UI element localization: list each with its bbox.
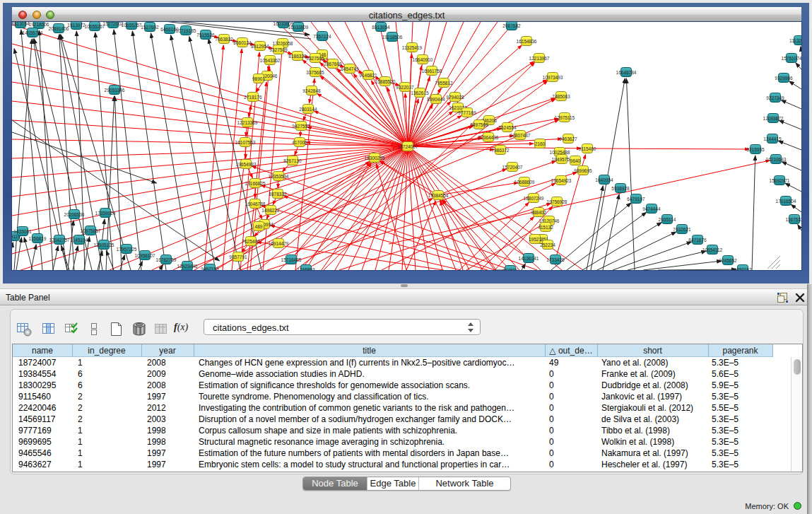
svg-text:9146821: 9146821 (359, 73, 377, 78)
svg-text:19756928: 19756928 (547, 199, 567, 204)
svg-text:10958107: 10958107 (135, 253, 155, 258)
svg-text:984501: 984501 (502, 268, 518, 271)
svg-text:20364436: 20364436 (478, 135, 499, 140)
svg-text:15751074: 15751074 (782, 56, 801, 61)
svg-text:9327505: 9327505 (306, 56, 324, 61)
svg-text:16107553: 16107553 (235, 140, 256, 145)
svg-text:2867608: 2867608 (324, 62, 342, 66)
svg-text:1156819: 1156819 (29, 236, 47, 241)
svg-text:6497568: 6497568 (470, 122, 488, 127)
svg-text:6479197: 6479197 (627, 197, 645, 201)
svg-text:8267130: 8267130 (283, 158, 302, 163)
svg-text:19521: 19521 (529, 237, 541, 242)
svg-text:1362615: 1362615 (411, 90, 429, 95)
svg-text:16154836: 16154836 (517, 39, 537, 44)
svg-text:12975115: 12975115 (555, 115, 575, 120)
svg-text:8813054: 8813054 (372, 25, 390, 30)
svg-text:20891406: 20891406 (49, 26, 69, 31)
svg-text:8215955: 8215955 (746, 147, 765, 152)
svg-text:9427552: 9427552 (292, 124, 310, 129)
svg-text:9463627: 9463627 (559, 136, 577, 141)
svg-text:9115460: 9115460 (579, 146, 596, 151)
svg-text:18495754: 18495754 (552, 157, 572, 162)
svg-text:15720407: 15720407 (502, 165, 523, 170)
svg-text:9462155: 9462155 (201, 267, 219, 271)
svg-text:7515526: 7515526 (196, 33, 215, 37)
svg-text:417006: 417006 (292, 140, 307, 145)
svg-text:1244415: 1244415 (763, 136, 782, 141)
svg-text:29053346: 29053346 (105, 88, 125, 93)
svg-text:19218506: 19218506 (29, 22, 49, 27)
svg-text:8990444: 8990444 (427, 97, 445, 102)
svg-text:9857791: 9857791 (229, 255, 247, 259)
svg-text:1640954: 1640954 (595, 177, 613, 182)
svg-text:5938928: 5938928 (611, 186, 630, 191)
svg-text:12093872: 12093872 (763, 116, 784, 121)
svg-text:16210643: 16210643 (766, 157, 787, 162)
svg-text:10807487: 10807487 (510, 133, 531, 138)
svg-text:3624554: 3624554 (498, 125, 517, 130)
svg-text:14055714: 14055714 (23, 30, 43, 35)
svg-text:9899695: 9899695 (574, 168, 592, 173)
svg-text:10973493: 10973493 (543, 75, 563, 80)
svg-text:7357224: 7357224 (313, 34, 331, 39)
svg-text:19384554: 19384554 (428, 193, 449, 198)
svg-text:2160: 2160 (535, 141, 546, 146)
svg-text:3375685: 3375685 (306, 70, 324, 75)
svg-text:16648784: 16648784 (616, 70, 637, 75)
svg-text:9777169: 9777169 (458, 110, 476, 115)
svg-text:9450162: 9450162 (734, 267, 752, 271)
svg-text:9322037: 9322037 (396, 85, 414, 90)
svg-text:17359924: 17359924 (95, 211, 116, 216)
svg-text:988402: 988402 (531, 210, 546, 215)
svg-text:11325419: 11325419 (402, 45, 423, 50)
svg-text:1913972: 1913972 (67, 23, 86, 28)
svg-text:7986372: 7986372 (491, 148, 510, 153)
svg-text:1746803: 1746803 (297, 267, 315, 271)
svg-text:15272602: 15272602 (103, 22, 124, 26)
svg-text:7632621: 7632621 (673, 227, 691, 232)
svg-text:415132: 415132 (538, 225, 553, 230)
svg-text:16961758: 16961758 (422, 69, 442, 74)
svg-text:98901: 98901 (252, 76, 265, 81)
svg-text:7955812: 7955812 (435, 81, 453, 86)
svg-text:19218506: 19218506 (382, 35, 403, 40)
svg-text:12213369: 12213369 (237, 120, 258, 125)
svg-text:16782759: 16782759 (156, 257, 177, 262)
svg-text:16033809: 16033809 (288, 25, 309, 30)
svg-text:16640910: 16640910 (413, 57, 433, 62)
svg-text:9794028: 9794028 (446, 95, 464, 100)
svg-text:1498222: 1498222 (261, 208, 280, 213)
svg-text:16046788: 16046788 (245, 201, 266, 206)
svg-text:12353594: 12353594 (269, 174, 289, 179)
svg-text:1527602: 1527602 (141, 25, 159, 30)
svg-text:9245652: 9245652 (719, 258, 737, 263)
svg-text:252234: 252234 (540, 243, 555, 247)
svg-text:12213967: 12213967 (529, 56, 550, 61)
svg-text:10655267: 10655267 (122, 23, 142, 28)
svg-text:19166825: 19166825 (245, 181, 266, 186)
svg-text:7485063: 7485063 (552, 94, 570, 99)
svg-text:12923446: 12923446 (177, 264, 198, 269)
svg-text:12505135: 12505135 (94, 243, 114, 247)
svg-text:19654983: 19654983 (236, 162, 257, 167)
svg-text:10719185: 10719185 (176, 28, 196, 33)
svg-text:18300295: 18300295 (365, 156, 385, 160)
svg-text:2718176: 2718176 (244, 95, 262, 100)
svg-text:1733426: 1733426 (546, 257, 565, 262)
svg-text:9640: 9640 (570, 158, 581, 163)
svg-text:8660124: 8660124 (233, 40, 252, 45)
svg-text:10975857: 10975857 (81, 228, 101, 233)
svg-text:10655267: 10655267 (85, 24, 105, 29)
svg-text:489: 489 (255, 224, 263, 229)
svg-text:1435061: 1435061 (13, 229, 32, 234)
svg-text:12342757: 12342757 (49, 238, 70, 243)
svg-text:8454749: 8454749 (341, 66, 359, 71)
svg-text:8878332: 8878332 (269, 192, 287, 197)
svg-text:9242848: 9242848 (302, 88, 321, 93)
svg-text:2803144: 2803144 (299, 107, 317, 112)
svg-text:9227349: 9227349 (766, 95, 784, 100)
svg-text:2087682: 2087682 (502, 23, 521, 28)
svg-text:17016504: 17016504 (776, 199, 796, 204)
svg-text:11132944: 11132944 (789, 38, 801, 43)
